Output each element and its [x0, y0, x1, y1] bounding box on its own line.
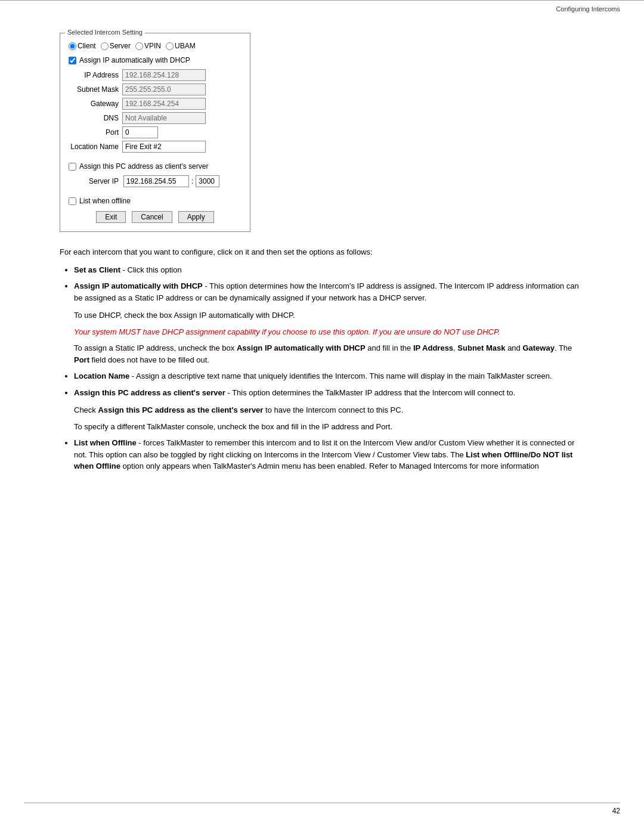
bullet-offline-text2: option only appears when TalkMaster's Ad… [120, 462, 539, 470]
port-input[interactable] [122, 126, 158, 138]
subnet-mask-input[interactable] [122, 83, 206, 95]
bullet-location: Location Name - Assign a descriptive tex… [74, 370, 584, 382]
bullet-dhcp: Assign IP automatically with DHCP - This… [74, 280, 584, 304]
dialog-legend: Selected Intercom Setting [65, 29, 145, 36]
dns-label: DNS [69, 114, 122, 122]
cancel-button[interactable]: Cancel [132, 211, 172, 223]
bottom-rule [24, 803, 620, 803]
radio-vpin-text: VPIN [144, 42, 161, 50]
gateway-input[interactable] [122, 98, 206, 110]
offline-checkbox[interactable] [69, 197, 76, 205]
server-ip-label: Server IP [69, 177, 122, 185]
radio-group: Client Server VPIN UBAM [69, 42, 242, 50]
bullet-pc-server: Assign this PC address as client's serve… [74, 387, 584, 399]
bullet-dhcp-bold: Assign IP automatically with DHCP [74, 281, 203, 290]
radio-vpin[interactable] [135, 42, 143, 50]
server-port-input[interactable] [196, 175, 219, 187]
location-name-label: Location Name [69, 143, 122, 151]
bullet-pc-server-text: - This option determines the TalkMaster … [225, 388, 515, 397]
radio-ubam-label[interactable]: UBAM [166, 42, 196, 50]
radio-server-text: Server [110, 42, 131, 50]
radio-client-label[interactable]: Client [69, 42, 96, 50]
static-bold5: Port [74, 355, 89, 364]
radio-ubam[interactable] [166, 42, 174, 50]
network-fields: IP Address Subnet Mask Gateway DNS Port … [69, 69, 242, 153]
server-checkbox-row: Assign this PC address as client's serve… [69, 162, 242, 171]
bullet-location-text: - Assign a descriptive text name that un… [129, 371, 552, 380]
bullet-offline: List when Offline - forces TalkMaster to… [74, 437, 584, 472]
gateway-label: Gateway [69, 100, 122, 108]
bullet-offline-bold: List when Offline [74, 438, 137, 447]
page-header-title: Configuring Intercoms [556, 5, 620, 13]
location-name-input[interactable] [122, 141, 206, 153]
dialog-button-row: Exit Cancel Apply [69, 211, 242, 223]
port-label: Port [69, 128, 122, 137]
server-ip-input[interactable] [123, 175, 189, 187]
bullet-client-bold: Set as Client [74, 265, 120, 274]
static-bold3: Subnet Mask [457, 343, 505, 352]
bullet-list-3: List when Offline - forces TalkMaster to… [74, 437, 584, 472]
server-checkbox-label: Assign this PC address as client's serve… [79, 162, 208, 171]
bullet-client-text: - Click this option [120, 265, 182, 274]
static-note: To assign a Static IP address, uncheck t… [74, 342, 584, 366]
server-checkbox[interactable] [69, 163, 76, 171]
radio-server[interactable] [101, 42, 109, 50]
radio-client[interactable] [69, 42, 76, 50]
dhcp-note: To use DHCP, check the box Assign IP aut… [74, 309, 584, 321]
bullet-location-bold: Location Name [74, 371, 129, 380]
intercom-settings-dialog: Selected Intercom Setting Client Server … [60, 33, 250, 232]
colon-separator: : [191, 177, 193, 185]
dhcp-checkbox-row: Assign IP automatically with DHCP [69, 56, 242, 64]
bullet-list-1: Set as Client - Click this option Assign… [74, 264, 584, 304]
ip-address-label: IP Address [69, 71, 122, 79]
server-ip-row: Server IP : [69, 175, 242, 187]
radio-vpin-label[interactable]: VPIN [135, 42, 161, 50]
dhcp-checkbox[interactable] [69, 57, 76, 64]
bullet-pc-server-bold: Assign this PC address as client's serve… [74, 388, 225, 397]
warning-text: Your system MUST have DHCP assignment ca… [74, 326, 584, 338]
radio-server-label[interactable]: Server [101, 42, 131, 50]
offline-checkbox-label: List when offline [79, 197, 131, 205]
subnet-mask-label: Subnet Mask [69, 85, 122, 94]
dhcp-checkbox-label: Assign IP automatically with DHCP [79, 56, 190, 64]
offline-checkbox-row: List when offline [69, 197, 242, 205]
server-note1: Check Assign this PC address as the clie… [74, 404, 584, 416]
intro-text: For each intercom that you want to confi… [60, 246, 584, 258]
radio-client-text: Client [78, 42, 96, 50]
exit-button[interactable]: Exit [96, 211, 126, 223]
static-bold4: Gateway [522, 343, 554, 352]
apply-button[interactable]: Apply [178, 211, 214, 223]
server-note2: To specify a different TalkMaster consol… [74, 421, 584, 433]
ip-address-input[interactable] [122, 69, 206, 81]
server-note1-bold: Assign this PC address as the client's s… [98, 405, 263, 414]
dns-input[interactable] [122, 112, 206, 124]
bullet-client: Set as Client - Click this option [74, 264, 584, 276]
static-bold2: IP Address [413, 343, 453, 352]
bullet-list-2: Location Name - Assign a descriptive tex… [74, 370, 584, 398]
page-number: 42 [612, 807, 620, 815]
radio-ubam-text: UBAM [175, 42, 196, 50]
static-bold1: Assign IP automatically with DHCP [237, 343, 366, 352]
